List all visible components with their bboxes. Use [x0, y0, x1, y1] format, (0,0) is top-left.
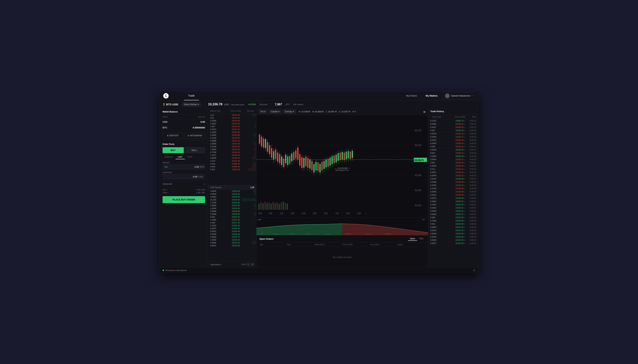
ob-buy-row[interactable]: 2.5000 10334.95 - [208, 192, 256, 196]
trade-size: 0.0353 [430, 210, 443, 212]
ob-buy-row[interactable]: 1.0000 10325.45 - [208, 238, 256, 241]
ob-buy-row[interactable]: 3.0268 10329.00 - [208, 213, 256, 216]
svg-rect-47 [283, 159, 284, 167]
open-tab[interactable]: Open [408, 237, 417, 241]
chart-expand-button[interactable]: ▶ [424, 110, 426, 114]
limit-tab[interactable]: LIMIT [176, 155, 185, 159]
trade-time: 9:49:20 [465, 168, 476, 170]
my-orders-button[interactable]: My Orders [402, 93, 421, 98]
svg-rect-23 [259, 134, 260, 144]
ob-sell-row[interactable]: 2.0000 10341.95 - [208, 142, 256, 145]
svg-rect-91 [327, 159, 329, 167]
svg-rect-51 [287, 156, 288, 165]
buy-size: 0.0999 [210, 210, 225, 212]
ob-sell-row[interactable]: 0.132 10337.35 - [208, 160, 256, 162]
ob-buy-row[interactable]: 0.6168 10326.30 - [208, 233, 256, 236]
limit-price-input[interactable] [165, 175, 198, 178]
ob-sell-row[interactable]: 3.000 10336.35 - [208, 165, 256, 168]
buy-mysize: - [247, 204, 254, 206]
trade-time: 9:48:28 [465, 232, 476, 235]
buy-price: 10327.95 [225, 219, 247, 221]
settings-icon[interactable]: ⚙ [473, 269, 475, 272]
ob-buy-row[interactable]: 4.0045 10335.05 - [208, 190, 256, 192]
market-tab[interactable]: MARKET [163, 155, 175, 159]
ob-sell-row[interactable]: 0.6100 10341.80 - [208, 145, 256, 148]
sell-tab[interactable]: SELL [184, 147, 205, 153]
max-button[interactable]: Max [165, 166, 168, 168]
ticker-bar: ₿ BTC-USD Select Market ▾ 10,336.78 USD … [160, 100, 478, 108]
ob-sell-row[interactable]: 1.007 10344.00 - [208, 125, 256, 128]
trade-time: 9:49:37 [465, 149, 476, 151]
ob-buy-row[interactable]: 0.0021 10324.50 - [208, 244, 256, 247]
ob-sell-row[interactable]: 3.14 10344.45 - [208, 114, 256, 116]
ob-buy-row[interactable]: 0.0984 10333.50 - [208, 196, 256, 198]
order-type-tabs: MARKET LIMIT STOP [163, 155, 205, 159]
ob-sell-row[interactable]: 0.0047 10343.75 - [208, 128, 256, 131]
ob-sell-row[interactable]: 2.414 10336.55 - [208, 162, 256, 165]
logo[interactable]: C [163, 93, 169, 98]
chart-type-button[interactable]: Candle ▾ [269, 110, 281, 114]
stop-tab[interactable]: STOP [185, 155, 195, 159]
trade-history-row: 0.0093 10338.27↘ 9:49:28 [428, 158, 478, 161]
sell-price: 10343.75 [225, 128, 247, 130]
user-area[interactable]: Satoshi Nakamoto ▾ [443, 92, 475, 100]
ob-buy-row[interactable]: 0.0500 10325.75 - [208, 236, 256, 238]
sell-price: 10336.55 [225, 163, 247, 165]
svg-rect-109 [346, 152, 347, 159]
ob-sell-row[interactable]: 0.0688 10342.15 - [208, 139, 256, 142]
amount-input[interactable] [169, 166, 199, 168]
agg-decrease-button[interactable]: − [247, 263, 250, 266]
buy-tab[interactable]: BUY [163, 147, 184, 153]
trade-time: 9:49:48 [465, 129, 476, 132]
my-wallets-button[interactable]: My Wallets [422, 93, 441, 98]
agg-increase-button[interactable]: + [251, 263, 254, 266]
ob-sell-row[interactable]: 0.1100 10342.65 - [208, 136, 256, 139]
trade-time: 9:49:28 [465, 158, 476, 160]
ob-buy-row[interactable]: 25.300 10333.00 - [208, 198, 256, 201]
ob-buy-row[interactable]: 0.7599 10332.90 - [208, 201, 256, 204]
nav-tab-trade[interactable]: Trade [184, 91, 199, 100]
select-market-button[interactable]: Select Market ▾ [182, 102, 201, 106]
ob-buy-row[interactable]: 3.0000 10331.00 - [208, 204, 256, 207]
fills-tab[interactable]: Fills [418, 237, 425, 241]
trade-history-row: 0.0045 10339.33↗ 9:49:13 [428, 177, 478, 180]
sell-size: 0.5922 [210, 122, 225, 125]
up-arrow-icon: ↗ [464, 156, 465, 157]
ob-buy-row[interactable]: 0.001 10328.15 - [208, 216, 256, 218]
ob-buy-row[interactable]: 0.0999 10329.25 - [208, 210, 256, 213]
withdraw-button[interactable]: ⊖ WITHDRAW [185, 133, 205, 138]
timeframe-button[interactable]: 5m ▾ [259, 110, 267, 114]
trade-price: 10338.98↘ [443, 190, 465, 193]
ob-buy-row[interactable]: 0.0023 10326.40 - [208, 230, 256, 233]
svg-rect-95 [332, 156, 333, 164]
amount-field[interactable]: Max BTC [163, 164, 205, 170]
ob-buy-row[interactable]: 0.0037 10326.45 - [208, 227, 256, 230]
trade-price: 10333.01↗ [443, 207, 465, 209]
ob-sell-row[interactable]: 0.2999 10344.35 - [208, 119, 256, 122]
ob-sell-row[interactable]: 5.601 10336.30 - [208, 168, 256, 171]
ob-sell-row[interactable]: 0.1000 10342.90 - [208, 131, 256, 134]
trade-price: 10338.27↘ [443, 158, 465, 160]
place-buy-order-button[interactable]: PLACE BUY ORDER [163, 196, 205, 203]
advanced-row[interactable]: Advanced ▾ [163, 181, 205, 187]
ob-sell-row[interactable]: 0.7599 10340.35 - [208, 151, 256, 154]
ob-sell-row[interactable]: 3.0000 10339.25 - [208, 156, 256, 160]
limit-price-field[interactable]: USD [163, 174, 205, 179]
ob-sell-row[interactable]: 0.5922 10344.30 - [208, 122, 256, 125]
ob-sell-row[interactable]: 0.01 10344.40 - [208, 116, 256, 119]
ob-sell-row[interactable]: 1.4371 10340.00 - [208, 154, 256, 156]
ob-buy-row[interactable]: 1.0000 10327.95 - [208, 218, 256, 221]
trade-price: 10338.42↘ [443, 168, 465, 170]
ob-sell-row[interactable]: 1.0000 10340.65 - [208, 148, 256, 151]
ob-buy-row[interactable]: 0.100 10327.25 - [208, 221, 256, 224]
oo-status-header: Status [397, 244, 425, 246]
overlay-button[interactable]: Overlay ▾ [283, 110, 296, 114]
ob-buy-row[interactable]: 1.2904 10329.35 - [208, 207, 256, 210]
ob-buy-row[interactable]: 6.0000 10325.25 - [208, 241, 256, 244]
ob-sell-row[interactable]: 2.0000 10342.85 - [208, 134, 256, 136]
buy-price: 10333.50 [225, 196, 247, 198]
deposit-button[interactable]: ⊕ DEPOSIT [163, 133, 183, 138]
ob-buy-row[interactable]: 0.1022 10326.50 - [208, 224, 256, 227]
trade-size: 0.0037 [430, 242, 443, 244]
trade-price: 10335.02↗ [443, 200, 465, 202]
